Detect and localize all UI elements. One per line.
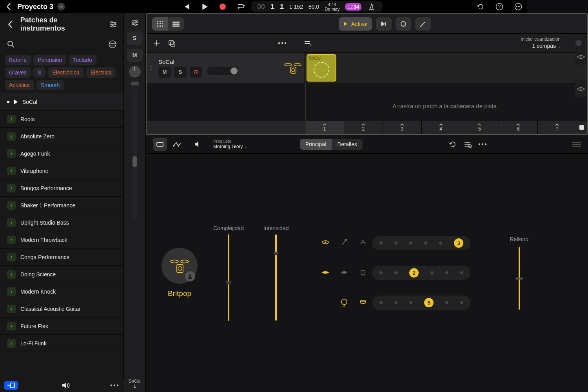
speaker-icon[interactable] [193, 140, 202, 149]
beat-step[interactable] [379, 241, 383, 245]
ruler-cell[interactable]: 2 [344, 121, 383, 134]
snap-icon[interactable]: R [303, 38, 312, 48]
track-more-icon[interactable] [278, 38, 287, 48]
project-menu-icon[interactable] [57, 3, 65, 11]
beat-selector[interactable]: 3 [372, 236, 470, 250]
fill-slider[interactable]: Relleno [510, 236, 527, 310]
beat-step[interactable] [460, 301, 463, 304]
intensity-slider[interactable]: Intensidad [263, 225, 289, 321]
solo-button[interactable]: S [127, 31, 143, 45]
pan-knob[interactable] [129, 66, 141, 78]
record-icon[interactable] [218, 2, 227, 11]
bar-count-pill[interactable]: 1234 [345, 3, 361, 11]
play-icon[interactable] [200, 2, 209, 11]
strip-settings-icon[interactable] [130, 18, 140, 27]
beat-step[interactable]: 2 [409, 268, 419, 278]
settings-plus-icon[interactable] [463, 140, 472, 149]
record-mode-button[interactable] [396, 17, 411, 31]
patch-item[interactable]: ♪Modern Throwback [0, 231, 123, 249]
beat-step[interactable]: 5 [424, 298, 434, 307]
filter-settings-icon[interactable] [109, 20, 118, 29]
cycle-icon[interactable] [236, 2, 245, 11]
ruler-cell[interactable]: 5 [460, 121, 499, 134]
beat-step[interactable] [430, 271, 434, 274]
patch-item[interactable]: ♪Vibraphone [0, 162, 123, 180]
patch-item[interactable]: ♪Modern Knock [0, 283, 123, 300]
lcd-display[interactable]: 00 1 1 1 152 80,0 4 / 4Do may 1234 [251, 1, 383, 12]
performer-block[interactable]: Britpop [162, 248, 198, 298]
edit-button[interactable] [415, 17, 431, 31]
help-icon[interactable]: ? [495, 2, 504, 11]
kit-piece-icon[interactable] [340, 239, 348, 247]
soundpack-icon[interactable] [108, 40, 117, 49]
mute-button[interactable]: M [127, 49, 143, 62]
search-icon[interactable] [6, 40, 16, 49]
beat-step[interactable] [394, 301, 397, 304]
ruler[interactable]: 1234567 [147, 121, 527, 134]
filter-chip[interactable]: Percusión [33, 55, 66, 65]
ruler-cell[interactable]: 6 [499, 121, 527, 134]
patch-item[interactable]: ♪Agogo Funk [0, 145, 123, 162]
beat-step[interactable] [394, 241, 397, 245]
kit-piece-icon[interactable] [359, 269, 367, 277]
refresh-icon[interactable] [448, 140, 457, 149]
filter-chip[interactable]: Graves [5, 67, 31, 78]
kit-piece-icon[interactable] [321, 269, 329, 277]
editor-more-icon[interactable] [478, 140, 487, 149]
filter-chip[interactable]: S [33, 67, 45, 78]
add-track-icon[interactable] [152, 38, 162, 48]
preset-picker[interactable]: Preajuste Morning Glory ⌄ [213, 138, 247, 150]
patch-item[interactable]: ♪Conga Performance [0, 249, 123, 266]
kit-piece-icon[interactable] [321, 239, 329, 247]
track-row[interactable]: 1 SoCal M S R SoCal [147, 53, 527, 83]
patch-item[interactable]: ♪Upright Studio Bass [0, 214, 123, 231]
kit-piece-icon[interactable] [340, 269, 348, 277]
filter-chip[interactable]: Smooth [36, 80, 64, 90]
project-name[interactable]: Proyecto 3 [17, 3, 53, 11]
fader[interactable] [132, 89, 137, 219]
filter-chip[interactable]: Acústica [5, 80, 34, 90]
complexity-slider[interactable]: Complejidad [213, 225, 244, 321]
tab-detalles[interactable]: Detalles [332, 139, 363, 150]
patch-item[interactable]: ♪Absolute Zero [0, 128, 123, 145]
patch-item[interactable]: ♪Shaker 1 Performance [0, 197, 123, 214]
beat-step[interactable] [439, 241, 442, 245]
beat-step[interactable] [409, 241, 412, 245]
patch-item[interactable]: ♪Roots [0, 111, 123, 128]
patch-item[interactable]: ♪Lo-Fi Funk [0, 335, 123, 351]
track-mute-button[interactable]: M [158, 67, 171, 78]
ruler-cell[interactable]: 3 [383, 121, 421, 134]
patch-item[interactable]: ♪Doing Science [0, 266, 123, 283]
beat-step[interactable] [379, 301, 383, 304]
metronome-icon[interactable] [367, 2, 376, 11]
patch-item-current[interactable]: SoCal [0, 93, 123, 111]
patch-item[interactable]: ♪Bongos Performance [0, 180, 123, 197]
beat-selector[interactable]: 5 [372, 296, 470, 310]
kit-piece-icon[interactable] [340, 299, 348, 307]
grid-view-button[interactable] [152, 17, 168, 31]
automation-icon[interactable] [172, 140, 182, 149]
filter-chip[interactable]: Batería [5, 55, 31, 65]
region-view-button[interactable] [153, 138, 167, 151]
back-icon[interactable] [4, 2, 13, 11]
patch-item[interactable]: ♪Future Flex [0, 318, 123, 335]
activate-button[interactable]: Activar [339, 17, 372, 31]
beat-step[interactable] [394, 271, 397, 274]
empty-track-area[interactable]: Arrastra un patch a la cabecera de pista… [147, 83, 527, 121]
play-from-button[interactable] [376, 17, 392, 31]
track-solo-button[interactable]: S [174, 67, 187, 78]
more-icon[interactable] [514, 2, 523, 11]
list-view-button[interactable] [168, 17, 184, 31]
library-back-icon[interactable] [5, 20, 15, 29]
beat-step[interactable] [379, 271, 383, 274]
region-clip[interactable]: SoCal [307, 54, 336, 82]
patch-item[interactable]: ♪Classical Acoustic Guitar [0, 300, 123, 318]
quantize-label[interactable]: Iniciar cuantización 1 compás ⌄ [521, 36, 527, 50]
filter-chip[interactable]: Teclado [69, 55, 96, 65]
tab-principal[interactable]: Principal [300, 139, 332, 150]
beat-step[interactable] [445, 301, 448, 304]
filter-chip[interactable]: Electrónica [48, 67, 83, 78]
beat-selector[interactable]: 2 [372, 266, 470, 280]
track-volume-slider[interactable] [207, 67, 238, 75]
kit-piece-icon[interactable] [359, 299, 367, 307]
